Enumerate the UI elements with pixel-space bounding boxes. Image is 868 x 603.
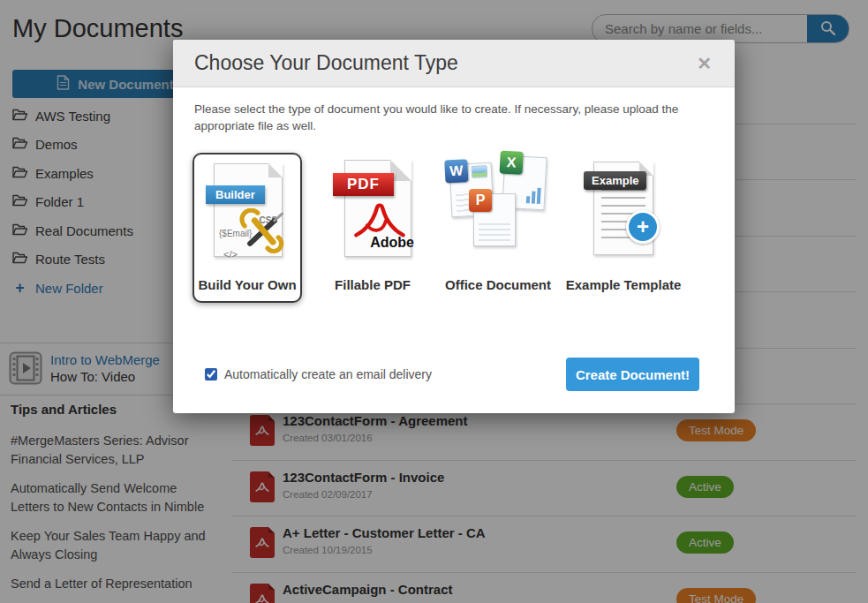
fillable-pdf-icon: PDF Adobe	[320, 155, 426, 270]
adobe-wordmark: Adobe	[370, 235, 414, 251]
powerpoint-letter: P	[469, 189, 492, 212]
excel-letter: X	[500, 151, 524, 175]
option-build-your-own[interactable]: Builder .CSS {$Email} </>	[192, 153, 302, 303]
build-your-own-icon: Builder .CSS {$Email} </>	[194, 155, 300, 270]
option-label: Example Template	[566, 277, 682, 292]
add-plus-icon: +	[626, 210, 660, 244]
example-tag: Example	[584, 171, 646, 190]
text-lines	[479, 223, 510, 241]
email-delivery-option[interactable]: Automatically create an email delivery	[205, 367, 432, 381]
option-label: Fillable PDF	[335, 277, 411, 292]
bar-chart-icon	[526, 187, 541, 204]
dialog-description: Please select the type of document you w…	[194, 101, 689, 134]
code-text: </>	[223, 249, 238, 260]
app-window: My Documents New Document AWS Testing De…	[0, 0, 868, 603]
tools-icon	[239, 208, 285, 258]
office-document-icon: W X P	[445, 155, 551, 270]
option-example-template[interactable]: Example + Example Template	[569, 153, 678, 303]
builder-tag: Builder	[206, 185, 265, 204]
dialog-title: Choose Your Document Type	[194, 51, 458, 75]
choose-document-type-dialog: Choose Your Document Type ✕ Please selec…	[173, 40, 735, 413]
checkbox-label: Automatically create an email delivery	[224, 367, 432, 381]
example-template-icon: Example +	[570, 155, 676, 270]
pdf-banner: PDF	[333, 173, 394, 196]
create-document-button[interactable]: Create Document!	[566, 358, 699, 391]
word-letter: W	[444, 159, 468, 183]
option-fillable-pdf[interactable]: PDF Adobe Fillable PDF	[318, 153, 427, 303]
dialog-footer: Automatically create an email delivery C…	[205, 358, 699, 391]
powerpoint-doc-icon: P	[473, 193, 516, 246]
document-type-options: Builder .CSS {$Email} </>	[192, 153, 678, 303]
close-icon[interactable]: ✕	[691, 52, 717, 75]
dialog-header: Choose Your Document Type ✕	[173, 40, 735, 87]
page-fold	[268, 163, 283, 177]
option-label: Build Your Own	[198, 277, 296, 292]
image-thumbnail	[472, 165, 488, 178]
email-delivery-checkbox[interactable]	[205, 368, 217, 381]
option-label: Office Document	[445, 277, 551, 292]
option-office-document[interactable]: W X P Office Docume	[443, 153, 553, 303]
